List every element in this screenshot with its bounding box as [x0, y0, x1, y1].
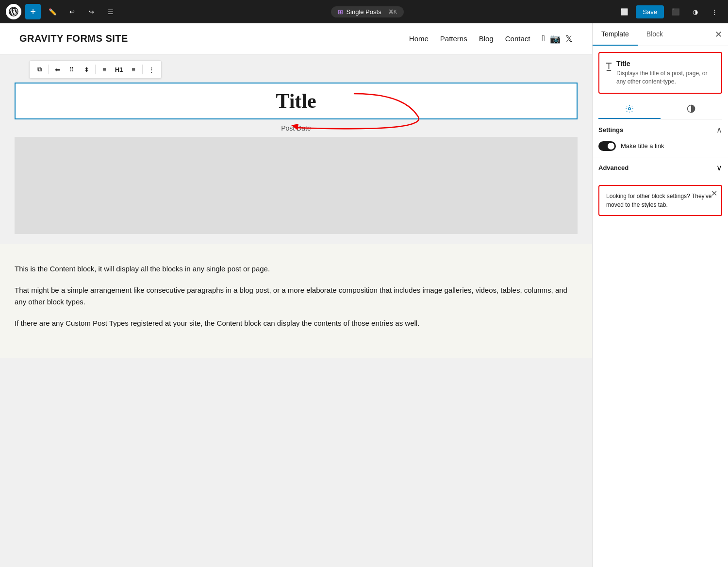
post-date: Post Date — [0, 119, 592, 137]
transform-block-button[interactable]: ⧉ — [33, 63, 46, 76]
section-header: Settings ∧ — [598, 125, 722, 134]
redo-button[interactable]: ↪ — [83, 4, 99, 19]
title-block-icon: T̲ — [606, 61, 612, 86]
content-p2: That might be a simple arrangement like … — [15, 284, 578, 308]
make-title-link-toggle[interactable] — [598, 141, 616, 151]
nav-blog[interactable]: Blog — [479, 34, 494, 43]
toggle-label: Make title a link — [621, 142, 664, 150]
more-options-button[interactable]: ⋮ — [707, 4, 722, 19]
title-info-text: Title Displays the title of a post, page… — [616, 60, 714, 86]
content-p1: This is the Content block, it will displ… — [15, 263, 578, 275]
wp-logo[interactable] — [6, 4, 21, 19]
tab-template[interactable]: Template — [593, 23, 638, 46]
featured-image — [15, 137, 578, 234]
title-info-box: T̲ Title Displays the title of a post, p… — [598, 52, 722, 94]
nav-patterns[interactable]: Patterns — [440, 34, 467, 43]
save-button[interactable]: Save — [636, 5, 664, 18]
text-align-button[interactable]: ≡ — [127, 63, 140, 76]
right-sidebar: Template Block ✕ T̲ Title Displays the t… — [592, 23, 728, 567]
nav-home[interactable]: Home — [409, 34, 429, 43]
move-up-down-button[interactable]: ⬍ — [80, 63, 93, 76]
site-title: GRAVITY FORMS SITE — [19, 33, 128, 44]
block-toolbar: ⧉ ⬅ ⠿ ⬍ ≡ H1 ≡ ⋮ — [29, 60, 162, 79]
advanced-header[interactable]: Advanced ∨ — [598, 163, 722, 172]
section-title: Settings — [598, 126, 623, 133]
tooltip-close-button[interactable]: ✕ — [711, 190, 717, 198]
right-area: ⬜ Save ⬛ ◑ ⋮ — [616, 4, 722, 19]
heading-level-button[interactable]: H1 — [112, 63, 126, 76]
canvas-wrapper: GRAVITY FORMS SITE Home Patterns Blog Co… — [0, 23, 592, 358]
advanced-expand-icon: ∨ — [716, 163, 722, 172]
advanced-section: Advanced ∨ — [593, 157, 728, 178]
instagram-icon[interactable]: 📷 — [550, 33, 561, 44]
content-p3: If there are any Custom Post Types regis… — [15, 317, 578, 329]
title-block[interactable]: Title — [15, 83, 578, 119]
contrast-button[interactable]: ◑ — [687, 4, 703, 19]
shortcut-label: ⌘K — [388, 9, 397, 15]
title-info-desc: Displays the title of a post, page, or a… — [616, 69, 714, 86]
align-left-button[interactable]: ⬅ — [50, 63, 64, 76]
info-tooltip: ✕ Looking for other block settings? They… — [598, 185, 722, 216]
title-heading: Title — [25, 89, 567, 113]
settings-section: Settings ∧ Make title a link — [593, 119, 728, 157]
edit-tool-button[interactable]: ✏️ — [45, 4, 60, 19]
add-block-button[interactable]: + — [25, 4, 41, 19]
facebook-icon[interactable]:  — [542, 33, 545, 44]
site-header: GRAVITY FORMS SITE Home Patterns Blog Co… — [0, 23, 592, 54]
title-info-name: Title — [616, 60, 714, 67]
settings-tab-styles[interactable] — [661, 100, 723, 119]
toggle-row: Make title a link — [598, 141, 722, 151]
list-view-button[interactable]: ☰ — [103, 4, 118, 19]
content-area: This is the Content block, it will displ… — [0, 244, 592, 358]
undo-button[interactable]: ↩ — [64, 4, 80, 19]
settings-tab-settings[interactable] — [598, 100, 661, 119]
site-nav: Home Patterns Blog Contact  📷 𝕏 — [409, 33, 573, 44]
settings-tabs — [598, 100, 722, 119]
sidebar-header: Template Block ✕ — [593, 23, 728, 46]
main-layout: GRAVITY FORMS SITE Home Patterns Blog Co… — [0, 23, 728, 567]
single-posts-label: Single Posts — [346, 8, 381, 16]
more-options-block-button[interactable]: ⋮ — [145, 63, 158, 76]
single-posts-pill[interactable]: ⊞ Single Posts ⌘K — [331, 6, 404, 17]
divider3 — [142, 65, 143, 74]
divider2 — [95, 65, 96, 74]
sidebar-toggle-button[interactable]: ⬛ — [668, 4, 683, 19]
social-icons:  📷 𝕏 — [542, 33, 573, 44]
divider — [48, 65, 49, 74]
svg-point-2 — [629, 107, 631, 110]
sidebar-close-button[interactable]: ✕ — [715, 29, 722, 40]
twitter-icon[interactable]: 𝕏 — [565, 33, 573, 44]
preview-button[interactable]: ⬜ — [616, 4, 632, 19]
center-area: ⊞ Single Posts ⌘K — [122, 6, 612, 17]
tooltip-message: Looking for other block settings? They'v… — [606, 193, 712, 208]
advanced-title: Advanced — [598, 164, 629, 171]
title-block-wrapper: Title — [0, 83, 592, 119]
top-bar: + ✏️ ↩ ↪ ☰ ⊞ Single Posts ⌘K ⬜ Save ⬛ ◑ … — [0, 0, 728, 23]
tab-block[interactable]: Block — [638, 23, 672, 46]
canvas-area: GRAVITY FORMS SITE Home Patterns Blog Co… — [0, 23, 592, 567]
nav-contact[interactable]: Contact — [505, 34, 530, 43]
align-center-button[interactable]: ≡ — [98, 63, 111, 76]
section-collapse-button[interactable]: ∧ — [716, 125, 722, 134]
drag-button[interactable]: ⠿ — [65, 63, 79, 76]
